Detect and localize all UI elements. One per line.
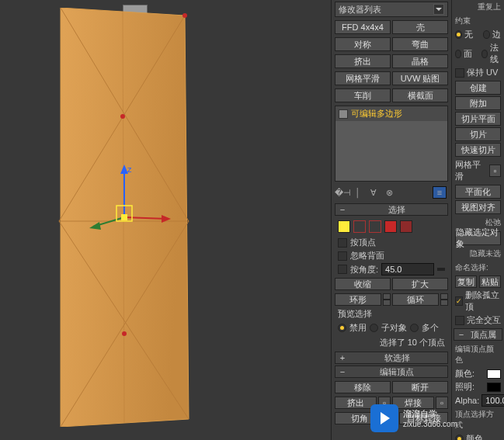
btn-crosssection[interactable]: 横截面 — [392, 88, 448, 102]
radio-constrain-none[interactable] — [455, 30, 462, 39]
vertex-illum-swatch[interactable] — [487, 383, 501, 392]
lbl-by-color: 颜色 — [466, 433, 483, 440]
chk-preserve-uv[interactable] — [455, 68, 464, 78]
rollup-vertex-props[interactable]: −顶点属 — [454, 328, 502, 341]
btn-meshsmooth[interactable]: 网格平滑 — [335, 71, 391, 85]
unique-icon[interactable]: ∀ — [367, 186, 380, 199]
lbl-full-interactive: 完全交互 — [467, 314, 501, 326]
btn-shrink[interactable]: 收缩 — [335, 278, 391, 290]
meshsmooth-settings-icon[interactable]: ▫ — [489, 165, 501, 177]
preview-selection-label: 预览选择 — [338, 308, 372, 320]
rollup-selection[interactable]: − 选择 — [335, 203, 448, 216]
btn-lathe[interactable]: 车削 — [335, 88, 391, 102]
radio-subobj[interactable] — [370, 324, 378, 332]
pin-icon[interactable]: �⊣ — [336, 186, 349, 199]
btn-symmetry[interactable]: 对称 — [335, 37, 391, 51]
lbl-sel-mode: 顶点选择方式 — [452, 407, 504, 432]
lbl-disable: 禁用 — [349, 322, 367, 334]
radio-constrain-normal[interactable] — [481, 50, 488, 58]
rollup-edit-vertices[interactable]: − 编辑顶点 — [335, 366, 448, 378]
chk-delete-iso[interactable] — [455, 296, 463, 306]
stack-item-editable-poly[interactable]: 可编辑多边形 — [335, 106, 447, 121]
loop-spinner[interactable] — [440, 293, 448, 306]
configure-icon[interactable]: ≡ — [433, 186, 447, 199]
btn-attach[interactable]: 附加 — [455, 96, 501, 110]
btn-extrude-v[interactable]: 挤出 — [335, 397, 377, 409]
ring-spinner[interactable] — [383, 293, 391, 306]
modifier-list-dropdown[interactable]: 修改器列表 — [335, 2, 448, 17]
vertex-color-swatch[interactable] — [487, 369, 501, 379]
remove-mod-icon[interactable]: ⊗ — [383, 186, 395, 199]
plus-icon: + — [339, 353, 346, 362]
btn-remove[interactable]: 移除 — [335, 381, 391, 393]
radio-disable[interactable] — [338, 324, 346, 332]
lbl-by-vertex: 按顶点 — [350, 237, 376, 248]
lbl-alpha: Alpha: — [455, 396, 479, 405]
stack-toolbar: �⊣ │ ∀ ⊗ ≡ — [332, 183, 451, 202]
angle-spinner[interactable] — [437, 268, 445, 271]
side-panel: 重复上 约束 无 边 面 法线 保持 UV 创建 附加 切片平面 切片 快速切片… — [451, 0, 504, 440]
lbl-delete-iso: 删除孤立顶 — [465, 289, 501, 313]
btn-shell[interactable]: 壳 — [392, 20, 448, 34]
chk-by-angle[interactable] — [338, 265, 347, 274]
radio-by-color[interactable] — [455, 435, 464, 440]
transform-gizmo[interactable]: z — [93, 163, 171, 241]
border-mode-icon[interactable] — [369, 220, 381, 233]
btn-loop[interactable]: 循环 — [392, 293, 439, 306]
btn-extrude[interactable]: 挤出 — [335, 54, 391, 68]
chamfer-settings-icon[interactable]: ▫ — [385, 412, 398, 424]
element-mode-icon[interactable] — [400, 220, 412, 233]
edge-mode-icon[interactable] — [353, 220, 366, 233]
btn-target-weld[interactable]: 目标焊接 — [399, 412, 448, 424]
btn-paste[interactable]: 粘贴 — [479, 275, 501, 288]
subobject-level-row — [332, 217, 451, 236]
btn-break[interactable]: 断开 — [392, 381, 448, 393]
btn-slice[interactable]: 切片 — [455, 127, 501, 141]
lbl-c-face: 面 — [464, 48, 472, 60]
btn-copy[interactable]: 复制 — [455, 275, 477, 288]
weld-settings-icon[interactable]: ▫ — [436, 397, 448, 409]
btn-chamfer[interactable]: 切角 — [335, 412, 384, 424]
chk-full-interactive[interactable] — [455, 316, 464, 325]
lbl-ignore-backfacing: 忽略背面 — [350, 250, 384, 262]
modifier-stack[interactable]: 可编辑多边形 — [335, 106, 448, 182]
btn-bend[interactable]: 弯曲 — [392, 37, 448, 51]
rollup-soft-selection[interactable]: + 软选择 — [335, 352, 448, 364]
btn-grow[interactable]: 扩大 — [392, 278, 448, 290]
polygon-mode-icon[interactable] — [384, 220, 397, 233]
show-end-icon[interactable]: │ — [352, 186, 364, 199]
viewport[interactable]: z — [0, 0, 331, 440]
command-panel: 修改器列表 FFD 4x4x4壳 对称弯曲 挤出晶格 网格平滑UVW 贴图 车削… — [331, 0, 451, 440]
radio-multi[interactable] — [410, 324, 419, 332]
btn-view-align[interactable]: 视图对齐 — [455, 200, 501, 214]
btn-hide-selected[interactable]: 隐藏选定对象 — [455, 231, 501, 245]
btn-planar[interactable]: 平面化 — [455, 185, 501, 199]
vertex-mode-icon[interactable] — [338, 220, 350, 233]
svg-line-13 — [124, 217, 167, 219]
btn-create[interactable]: 创建 — [455, 81, 501, 95]
lbl-subobj: 子对象 — [381, 322, 407, 334]
chk-ignore-backfacing[interactable] — [338, 251, 347, 261]
radio-constrain-edge[interactable] — [483, 30, 490, 39]
lbl-color: 颜色: — [455, 368, 474, 379]
svg-text:z: z — [127, 165, 132, 174]
btn-quick-slice[interactable]: 快速切片 — [455, 143, 501, 157]
btn-lattice[interactable]: 晶格 — [392, 54, 448, 68]
btn-ring[interactable]: 环形 — [335, 293, 381, 306]
chk-by-vertex[interactable] — [338, 238, 347, 248]
lbl-mesh-smooth: 网格平滑 — [455, 159, 487, 182]
rollup-vertex-title: 顶点属 — [468, 329, 499, 341]
alpha-field[interactable]: 100.0 — [481, 394, 504, 407]
lbl-named-sel: 命名选择: — [452, 261, 504, 275]
stack-item-label: 可编辑多边形 — [351, 108, 402, 120]
btn-ffd[interactable]: FFD 4x4x4 — [335, 20, 391, 34]
extrude-settings-icon[interactable]: ▫ — [378, 397, 391, 409]
visibility-toggle-icon[interactable] — [339, 109, 348, 119]
btn-uvwmap[interactable]: UVW 贴图 — [392, 71, 448, 85]
minus-icon-2: − — [339, 367, 346, 376]
btn-weld[interactable]: 焊接 — [392, 397, 434, 409]
btn-slice-plane[interactable]: 切片平面 — [455, 112, 501, 126]
rollup-soft-title: 软选择 — [349, 352, 444, 364]
radio-constrain-face[interactable] — [455, 50, 461, 58]
angle-field[interactable]: 45.0 — [381, 263, 434, 275]
